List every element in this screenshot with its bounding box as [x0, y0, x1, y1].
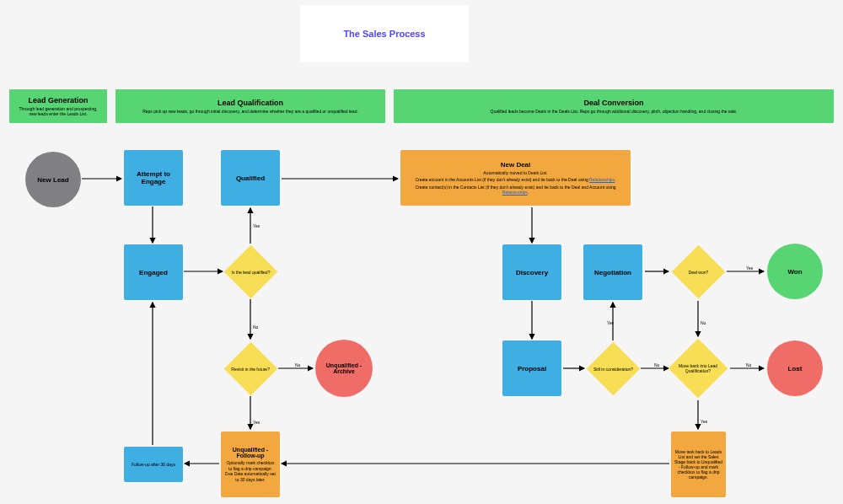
diagram-title: The Sales Process	[300, 5, 469, 62]
edge-label-no: No	[295, 362, 300, 367]
node-label: New Lead	[37, 176, 68, 184]
node-label: Deal won?	[678, 270, 720, 275]
node-negotiation[interactable]: Negotiation	[583, 244, 642, 300]
link-relationships[interactable]: Relationships	[502, 190, 528, 195]
node-discovery[interactable]: Discovery	[502, 244, 561, 300]
node-move-back[interactable]: Move back into Lead Qualification?	[668, 339, 728, 399]
node-label: Move task back to Leads List and set the…	[674, 449, 723, 480]
node-desc-3: Create contact(s) in the Contacts List (…	[407, 185, 624, 196]
node-label: Attempt to Engage	[124, 170, 183, 185]
node-label: Negotiation	[594, 269, 631, 276]
node-proposal[interactable]: Proposal	[502, 340, 561, 396]
node-label: Engaged	[139, 269, 168, 276]
edge-label-no: No	[654, 362, 659, 367]
node-label: Won	[787, 268, 802, 276]
node-new-lead[interactable]: New Lead	[25, 152, 81, 207]
node-desc-2: Create account in the Accounts List (if …	[415, 177, 615, 183]
lane-deal-conversion: Deal Conversion Qualified leads become D…	[394, 89, 834, 123]
node-is-qualified[interactable]: Is the lead qualified?	[224, 245, 278, 299]
node-label: Still in consideration?	[589, 367, 638, 372]
node-qualified[interactable]: Qualified	[221, 150, 280, 206]
lane-title: Lead Generation	[16, 96, 100, 105]
edge-label-yes: Yes	[746, 265, 753, 271]
node-label: Unqualified - Follow-up	[224, 447, 277, 458]
node-label: Follow-up after 30 days	[132, 462, 175, 467]
node-desc-1: Automatically moved to Deals List.	[483, 170, 547, 176]
lane-desc: Through lead generation and prospecting,…	[16, 106, 100, 117]
node-label: Is the lead qualified?	[226, 270, 277, 275]
node-label: Unqualified - Archive	[315, 362, 373, 374]
node-desc: Optionally mark checkbox to flag a drip …	[224, 460, 277, 482]
node-label: New Deal	[501, 161, 531, 169]
node-unqualified-followup[interactable]: Unqualified - Follow-up Optionally mark …	[221, 432, 280, 497]
edge-label-yes: Yes	[253, 420, 260, 425]
node-engaged[interactable]: Engaged	[124, 244, 183, 300]
lane-desc: Reps pick up new leads, go through initi…	[122, 109, 379, 115]
node-won[interactable]: Won	[767, 244, 823, 299]
node-label: Lost	[788, 365, 803, 373]
edge-label-no: No	[701, 320, 706, 325]
node-still-consideration[interactable]: Still in consideration?	[587, 342, 641, 396]
node-unqualified-archive[interactable]: Unqualified - Archive	[315, 340, 373, 397]
node-new-deal[interactable]: New Deal Automatically moved to Deals Li…	[400, 150, 631, 206]
node-revisit-future[interactable]: Revisit in the future?	[224, 342, 278, 396]
edge-label-no: No	[746, 362, 751, 367]
node-label: Discovery	[516, 269, 548, 276]
lane-lead-qualification: Lead Qualification Reps pick up new lead…	[115, 89, 385, 123]
edge-label-yes: Yes	[701, 419, 707, 424]
edge-label-yes: Yes	[253, 223, 260, 228]
lane-title: Deal Conversion	[400, 99, 827, 107]
node-label: Proposal	[518, 365, 546, 373]
node-move-task[interactable]: Move task back to Leads List and set the…	[671, 432, 726, 497]
edge-label-yes: Yes	[607, 320, 614, 325]
edge-label-no: No	[253, 324, 258, 330]
node-lost[interactable]: Lost	[767, 340, 823, 396]
node-label: Qualified	[236, 174, 265, 182]
lane-desc: Qualified leads become Deals in the Deal…	[400, 109, 827, 115]
lane-lead-generation: Lead Generation Through lead generation …	[9, 89, 107, 123]
lane-title: Lead Qualification	[122, 99, 379, 107]
node-followup-30days[interactable]: Follow-up after 30 days	[124, 447, 183, 482]
link-relationships[interactable]: Relationships	[589, 177, 615, 182]
node-attempt-engage[interactable]: Attempt to Engage	[124, 150, 183, 206]
node-label: Revisit in the future?	[228, 367, 274, 372]
node-label: Move back into Lead Qualification?	[672, 363, 724, 373]
node-deal-won[interactable]: Deal won?	[672, 245, 726, 299]
